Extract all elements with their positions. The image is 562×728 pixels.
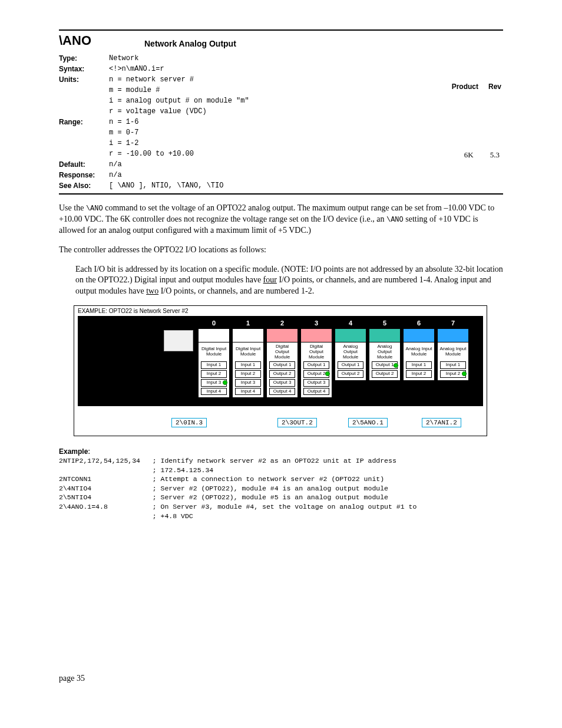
module-slot: Output 1 — [269, 361, 295, 369]
module-slot: Input 2 — [440, 370, 466, 378]
command-header: \ANO Network Analog Output — [59, 33, 503, 48]
spec-units-0: n = network server # — [109, 74, 450, 85]
module-type-label: Digital Output Module — [268, 344, 296, 360]
bottom-rule — [59, 193, 503, 195]
p1-cmd2: \ANO — [386, 216, 404, 224]
rev-header: Rev — [488, 54, 502, 120]
spec-seealso: [ \ANO ], NTIO, \TANO, \TIO — [109, 180, 450, 191]
p3-c: I/O points, or channels, and are numbere… — [158, 286, 314, 295]
label-units: Units: — [59, 74, 109, 85]
module-column: 2Digital Output ModuleOutput 1Output 2Ou… — [266, 319, 298, 398]
module-slot: Input 2 — [406, 370, 432, 378]
page-number: page 35 — [59, 674, 503, 683]
spec-range-3: r = -10.00 to +10.00 — [109, 149, 450, 159]
product-header: Product — [451, 54, 487, 120]
module-slot: Input 2 — [235, 370, 261, 378]
module-body: Digital Input ModuleInput 1Input 2Input … — [232, 342, 264, 398]
label-response: Response: — [59, 170, 109, 180]
module-column: 7Analog Input ModuleInput 1Input 2 — [437, 319, 469, 398]
spec-default: n/a — [109, 159, 450, 170]
module-number: 7 — [437, 319, 469, 328]
module-type-label: Digital Input Module — [200, 344, 228, 360]
module-type-label: Analog Output Module — [371, 344, 399, 360]
command-name: \ANO — [59, 33, 109, 48]
label-default: Default: — [59, 159, 109, 170]
diagram-callout: 2\5ANO.1 — [348, 418, 388, 427]
paragraph-1: Use the \ANO command to set the voltage … — [59, 203, 503, 236]
label-range: Range: — [59, 117, 109, 127]
diagram-callout: 2\0IN.3 — [171, 418, 207, 427]
module-column: 6Analog Input ModuleInput 1Input 2 — [403, 319, 435, 398]
module-cap — [369, 328, 401, 342]
product-rev-table: Product Rev 6K 5.3 — [450, 53, 503, 191]
module-number: 4 — [335, 319, 366, 328]
spec-range-1: m = 0-7 — [109, 127, 450, 138]
module-slot: Input 1 — [440, 361, 466, 369]
module-slot: Input 3 — [201, 379, 227, 387]
module-body: Analog Output ModuleOutput 1Output 2 — [335, 342, 366, 381]
module-slot: Output 2 — [338, 370, 363, 378]
module-body: Analog Input ModuleInput 1Input 2 — [403, 342, 435, 381]
module-slot: Output 1 — [372, 361, 398, 369]
module-slot: Output 1 — [338, 361, 363, 369]
product-value: 6K — [451, 121, 487, 190]
module-slot: Input 4 — [235, 388, 261, 396]
module-slot: Output 2 — [303, 370, 329, 378]
spec-range-2: i = 1-2 — [109, 138, 450, 149]
active-dot-icon — [325, 371, 330, 376]
module-number: 2 — [266, 319, 298, 328]
example-section: Example: 2NTIP2,172,54,125,34 ; Identify… — [59, 447, 503, 521]
paragraph-2: The controller addresses the OPTO22 I/O … — [59, 245, 503, 256]
rev-value: 5.3 — [488, 121, 502, 190]
p3-u1: four — [263, 275, 277, 284]
module-cap — [403, 328, 435, 342]
module-column: 0Digital Input ModuleInput 1Input 2Input… — [198, 319, 230, 398]
module-slot: Output 4 — [269, 388, 295, 396]
example-label: Example — [59, 447, 88, 456]
module-number: 1 — [232, 319, 264, 328]
module-slot: Output 1 — [303, 361, 329, 369]
module-type-label: Digital Output Module — [302, 344, 330, 360]
module-body: Digital Output ModuleOutput 1Output 2Out… — [300, 342, 332, 398]
spec-response: n/a — [109, 170, 450, 180]
p1-cmd: \ANO — [86, 205, 103, 213]
example-body: 2NTIP2,172,54,125,34 ; Identify network … — [59, 456, 503, 521]
spec-type: Network — [109, 53, 450, 64]
module-type-label: Digital Input Module — [234, 344, 262, 360]
paragraph-3: Each I/O bit is addressed by its locatio… — [75, 264, 503, 298]
label-seealso: See Also: — [59, 180, 109, 191]
label-syntax: Syntax: — [59, 64, 109, 74]
spec-units-2: i = analog output # on module "m" — [109, 95, 450, 106]
spec-labels: Type: Syntax: Units: Range: Default: Res… — [59, 53, 109, 191]
module-slot: Output 2 — [269, 370, 295, 378]
spec-range-0: n = 1-6 — [109, 117, 450, 127]
module-number: 5 — [369, 319, 401, 328]
spec-units-3: r = voltage value (VDC) — [109, 106, 450, 117]
module-slot: Output 3 — [269, 379, 295, 387]
module-column: 4Analog Output ModuleOutput 1Output 2 — [335, 319, 366, 398]
top-rule — [59, 29, 503, 31]
module-type-label: Analog Input Module — [439, 344, 467, 360]
active-dot-icon — [394, 363, 398, 368]
module-slot: Input 1 — [406, 361, 432, 369]
module-column: 3Digital Output ModuleOutput 1Output 2Ou… — [300, 319, 332, 398]
module-body: Analog Output ModuleOutput 1Output 2 — [369, 342, 401, 381]
diagram-blank-slot — [164, 330, 193, 351]
diagram-callout: 2\7ANI.2 — [422, 418, 461, 427]
module-slot: Input 1 — [201, 361, 227, 369]
module-number: 3 — [300, 319, 332, 328]
module-slot: Input 4 — [201, 388, 227, 396]
module-body: Analog Input ModuleInput 1Input 2 — [437, 342, 469, 381]
module-type-label: Analog Input Module — [405, 344, 433, 360]
active-dot-icon — [462, 371, 467, 376]
p3-u2: two — [146, 286, 158, 295]
p1-a: Use the — [59, 203, 86, 212]
label-type: Type: — [59, 53, 109, 64]
diagram-title: EXAMPLE: OPTO22 is Network Server #2 — [74, 306, 487, 316]
module-number: 6 — [403, 319, 435, 328]
module-slot: Output 4 — [303, 388, 329, 396]
module-slot: Output 3 — [303, 379, 329, 387]
module-body: Digital Input ModuleInput 1Input 2Input … — [198, 342, 230, 398]
spec-units-1: m = module # — [109, 85, 450, 95]
spec-block: Type: Syntax: Units: Range: Default: Res… — [59, 53, 503, 191]
